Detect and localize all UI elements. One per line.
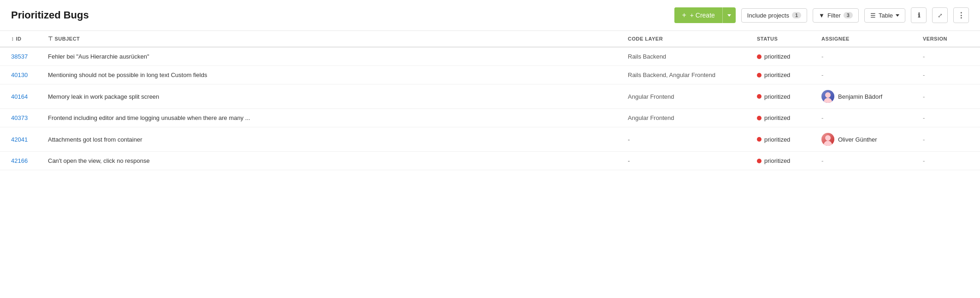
status-text: prioritized bbox=[764, 136, 790, 143]
cell-subject: Memory leak in work package split screen bbox=[48, 93, 628, 100]
col-header-subject[interactable]: ⊤ SUBJECT bbox=[48, 36, 628, 42]
cell-id[interactable]: 40373 bbox=[11, 114, 48, 121]
filter-badge: 3 bbox=[844, 12, 853, 18]
filter-button[interactable]: ▼ Filter 3 bbox=[813, 8, 859, 23]
cell-subject: Fehler bei "Aus Hierarchie ausrücken" bbox=[48, 53, 628, 60]
assignee-name: Benjamin Bädorf bbox=[838, 93, 882, 100]
include-projects-badge: 1 bbox=[792, 12, 801, 18]
table-row: 42041Attachments got lost from container… bbox=[0, 127, 980, 152]
cell-version: - bbox=[923, 114, 969, 121]
cell-version: - bbox=[923, 72, 969, 78]
cell-status: prioritized bbox=[757, 114, 821, 121]
col-version-label: VERSION bbox=[923, 36, 947, 42]
cell-id[interactable]: 42041 bbox=[11, 136, 48, 143]
cell-id[interactable]: 42166 bbox=[11, 157, 48, 164]
include-projects-button[interactable]: Include projects 1 bbox=[741, 8, 807, 23]
assignee-name: Oliver Günther bbox=[838, 136, 877, 143]
col-status-label: STATUS bbox=[757, 36, 778, 42]
cell-status: prioritized bbox=[757, 157, 821, 164]
svg-point-2 bbox=[825, 135, 831, 141]
sort-icon: ↕ bbox=[11, 36, 14, 42]
status-dot bbox=[757, 159, 762, 163]
cell-subject: Frontend including editor and time loggi… bbox=[48, 114, 628, 121]
more-icon: ⋮ bbox=[957, 11, 965, 20]
more-button[interactable]: ⋮ bbox=[953, 7, 969, 23]
cell-id[interactable]: 38537 bbox=[11, 53, 48, 60]
status-text: prioritized bbox=[764, 72, 790, 78]
status-dot bbox=[757, 116, 762, 120]
expand-button[interactable]: ⤢ bbox=[932, 7, 948, 23]
cell-id[interactable]: 40164 bbox=[11, 93, 48, 100]
col-header-assignee[interactable]: ASSIGNEE bbox=[821, 36, 923, 42]
cell-version: - bbox=[923, 157, 969, 164]
status-dot bbox=[757, 73, 762, 77]
svg-point-0 bbox=[825, 92, 831, 98]
table-row: 40164Memory leak in work package split s… bbox=[0, 84, 980, 109]
create-dropdown[interactable] bbox=[723, 11, 736, 20]
table-label: Table bbox=[879, 12, 893, 19]
chevron-down-icon bbox=[896, 14, 899, 17]
table-row: 40130Mentioning should not be possible i… bbox=[0, 66, 980, 84]
cell-assignee: - bbox=[821, 114, 923, 121]
info-button[interactable]: ℹ bbox=[911, 7, 927, 23]
avatar bbox=[821, 90, 834, 103]
col-header-version[interactable]: VERSION bbox=[923, 36, 969, 42]
include-projects-label: Include projects bbox=[747, 12, 789, 19]
table-header: ↕ ID ⊤ SUBJECT CODE LAYER STATUS ASSIGNE… bbox=[0, 31, 980, 48]
status-dot bbox=[757, 137, 762, 142]
table-row: 42166Can't open the view, click no respo… bbox=[0, 152, 980, 170]
cell-id[interactable]: 40130 bbox=[11, 72, 48, 78]
filter-label: Filter bbox=[827, 12, 841, 19]
page-title: Prioritized Bugs bbox=[11, 9, 669, 21]
cell-code-layer: - bbox=[628, 136, 757, 143]
cell-assignee: - bbox=[821, 72, 923, 78]
status-text: prioritized bbox=[764, 53, 790, 60]
page-header: Prioritized Bugs + + Create Include proj… bbox=[0, 0, 980, 31]
table-button[interactable]: ☰ Table bbox=[864, 8, 905, 23]
col-header-code-layer[interactable]: CODE LAYER bbox=[628, 36, 757, 42]
cell-code-layer: Rails Backend, Angular Frontend bbox=[628, 72, 757, 78]
filter-col-icon: ⊤ bbox=[48, 36, 53, 42]
filter-icon: ▼ bbox=[819, 12, 825, 19]
status-text: prioritized bbox=[764, 114, 790, 121]
cell-assignee: Benjamin Bädorf bbox=[821, 90, 923, 103]
cell-status: prioritized bbox=[757, 53, 821, 60]
create-main[interactable]: + + Create bbox=[674, 7, 722, 23]
chevron-down-icon bbox=[727, 14, 731, 17]
cell-subject: Attachments got lost from container bbox=[48, 136, 628, 143]
info-icon: ℹ bbox=[918, 12, 920, 19]
cell-code-layer: Angular Frontend bbox=[628, 114, 757, 121]
svg-point-3 bbox=[824, 141, 832, 146]
table-body: 38537Fehler bei "Aus Hierarchie ausrücke… bbox=[0, 48, 980, 170]
cell-code-layer: Angular Frontend bbox=[628, 93, 757, 100]
cell-version: - bbox=[923, 53, 969, 60]
cell-code-layer: Rails Backend bbox=[628, 53, 757, 60]
plus-icon: + bbox=[682, 11, 686, 19]
work-packages-table: ↕ ID ⊤ SUBJECT CODE LAYER STATUS ASSIGNE… bbox=[0, 31, 980, 170]
cell-assignee: - bbox=[821, 157, 923, 164]
cell-assignee: Oliver Günther bbox=[821, 133, 923, 146]
cell-subject: Can't open the view, click no response bbox=[48, 157, 628, 164]
cell-assignee: - bbox=[821, 53, 923, 60]
create-label: + Create bbox=[690, 12, 715, 19]
col-header-id[interactable]: ↕ ID bbox=[11, 36, 48, 42]
cell-status: prioritized bbox=[757, 72, 821, 78]
col-id-label: ID bbox=[16, 36, 22, 42]
status-dot bbox=[757, 94, 762, 99]
col-code-layer-label: CODE LAYER bbox=[628, 36, 663, 42]
status-text: prioritized bbox=[764, 93, 790, 100]
col-header-status[interactable]: STATUS bbox=[757, 36, 821, 42]
cell-version: - bbox=[923, 136, 969, 143]
status-dot bbox=[757, 54, 762, 59]
cell-subject: Mentioning should not be possible in lon… bbox=[48, 72, 628, 78]
col-assignee-label: ASSIGNEE bbox=[821, 36, 850, 42]
cell-status: prioritized bbox=[757, 93, 821, 100]
cell-version: - bbox=[923, 93, 969, 100]
table-row: 40373Frontend including editor and time … bbox=[0, 109, 980, 127]
svg-point-1 bbox=[824, 98, 832, 103]
expand-icon: ⤢ bbox=[938, 12, 943, 19]
table-icon: ☰ bbox=[870, 12, 876, 19]
avatar bbox=[821, 133, 834, 146]
create-button[interactable]: + + Create bbox=[674, 7, 735, 23]
table-row: 38537Fehler bei "Aus Hierarchie ausrücke… bbox=[0, 48, 980, 66]
